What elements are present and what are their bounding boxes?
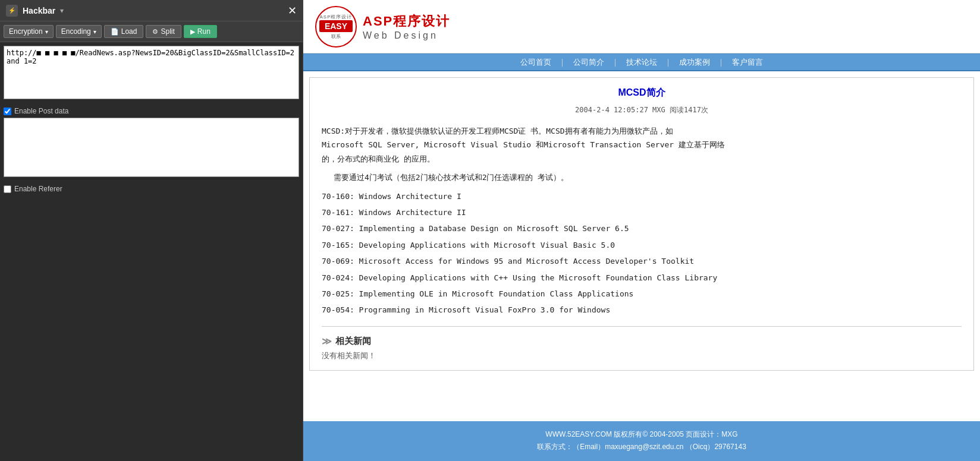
site-logo-area: ASP程序设计 EASY 联系 ASP程序设计 Web Design <box>315 6 450 48</box>
nav-sep-4: ｜ <box>717 57 725 68</box>
footer-line1: WWW.52EASY.COM 版权所有© 2004-2005 页面设计：MXG <box>310 428 973 441</box>
site-content: MCSD简介 2004-2-4 12:05:27 MXG 阅读1417次 MCS… <box>303 71 980 421</box>
split-label: Split <box>161 27 174 36</box>
split-button[interactable]: ⚙ Split <box>146 25 181 38</box>
site-nav: 公司首页 ｜ 公司简介 ｜ 技术论坛 ｜ 成功案例 ｜ 客户留言 <box>303 53 980 71</box>
hackbar-title-left: ⚡ Hackbar ▾ <box>6 5 64 17</box>
run-button[interactable]: ▶ Run <box>184 25 217 38</box>
course-item-2: 70-161: Windows Architecture II <box>322 206 962 219</box>
nav-forum[interactable]: 技术论坛 <box>621 57 662 68</box>
article-title: MCSD简介 <box>322 87 962 99</box>
course-item-5: 70-069: Microsoft Access for Windows 95 … <box>322 254 962 268</box>
hackbar-referer-area: Enable Referer <box>0 181 303 197</box>
url-textarea[interactable]: http://■ ■ ■ ■ ■/ReadNews.asp?NewsID=20&… <box>4 46 299 99</box>
site-logo-inner: ASP程序设计 EASY 联系 <box>319 14 352 40</box>
course-item-6: 70-024: Developing Applications with C++… <box>322 271 962 285</box>
nav-cases[interactable]: 成功案例 <box>674 57 715 68</box>
site-title-chinese: ASP程序设计 <box>363 12 450 30</box>
content-main: MCSD简介 2004-2-4 12:05:27 MXG 阅读1417次 MCS… <box>309 77 974 371</box>
course-item-8: 70-054: Programming in Microsoft Visual … <box>322 303 962 317</box>
site-logo-easy: EASY <box>319 20 352 32</box>
hackbar-toolbar: Encryption ▾ Encoding ▾ 📄 Load ⚙ Split ▶… <box>0 21 303 42</box>
encryption-label: Encryption <box>9 27 43 36</box>
related-news-title: ≫ 相关新闻 <box>322 336 962 347</box>
enable-referer-checkbox[interactable] <box>4 185 11 193</box>
encoding-label: Encoding <box>61 27 91 36</box>
hackbar-titlebar: ⚡ Hackbar ▾ ✕ <box>0 0 303 21</box>
article-meta: 2004-2-4 12:05:27 MXG 阅读1417次 <box>322 105 962 115</box>
hackbar-title-arrow: ▾ <box>60 7 64 15</box>
nav-sep-2: ｜ <box>611 57 619 68</box>
enable-post-checkbox[interactable] <box>4 108 11 115</box>
related-news-icon: ≫ <box>322 336 332 347</box>
run-label: Run <box>197 27 211 36</box>
course-item-4: 70-165: Developing Applications with Mic… <box>322 238 962 252</box>
course-item-1: 70-160: Windows Architecture I <box>322 190 962 203</box>
nav-guestbook[interactable]: 客户留言 <box>727 57 768 68</box>
load-icon: 📄 <box>111 28 119 36</box>
article-exam-intro: 需要通过4门考试（包括2门核心技术考试和2门任选课程的 考试）。 <box>334 170 962 184</box>
nav-sep-3: ｜ <box>664 57 672 68</box>
course-item-7: 70-025: Implementing OLE in Microsoft Fo… <box>322 287 962 301</box>
nav-sep-1: ｜ <box>558 57 566 68</box>
encryption-arrow: ▾ <box>45 29 48 35</box>
article-intro: MCSD:对于开发者，微软提供微软认证的开发工程师MCSD证 书。MCSD拥有者… <box>322 124 962 166</box>
encoding-dropdown[interactable]: Encoding ▾ <box>56 25 102 38</box>
hackbar-url-area: http://■ ■ ■ ■ ■/ReadNews.asp?NewsID=20&… <box>0 42 303 105</box>
nav-about[interactable]: 公司简介 <box>568 57 609 68</box>
run-icon: ▶ <box>190 28 195 36</box>
split-icon: ⚙ <box>152 28 158 36</box>
site-title-english: Web Design <box>363 30 450 41</box>
enable-referer-checkbox-row: Enable Referer <box>4 185 299 193</box>
hackbar-post-area: Enable Post data <box>0 105 303 181</box>
related-news-title-text: 相关新闻 <box>335 336 371 347</box>
related-news-section: ≫ 相关新闻 没有相关新闻！ <box>322 336 962 361</box>
hackbar-panel: ⚡ Hackbar ▾ ✕ Encryption ▾ Encoding ▾ 📄 … <box>0 0 303 461</box>
article-divider <box>322 326 962 327</box>
website-panel: ASP程序设计 EASY 联系 ASP程序设计 Web Design 公司首页 … <box>303 0 980 461</box>
article-body: MCSD:对于开发者，微软提供微软认证的开发工程师MCSD证 书。MCSD拥有者… <box>322 124 962 317</box>
enable-post-checkbox-row: Enable Post data <box>4 107 299 115</box>
load-button[interactable]: 📄 Load <box>104 25 144 38</box>
site-logo-text-area: ASP程序设计 Web Design <box>363 12 450 41</box>
site-logo-circle: ASP程序设计 EASY 联系 <box>315 6 357 48</box>
encoding-arrow: ▾ <box>93 29 96 35</box>
encryption-dropdown[interactable]: Encryption ▾ <box>4 25 54 38</box>
hackbar-logo-icon: ⚡ <box>6 5 18 17</box>
site-header: ASP程序设计 EASY 联系 ASP程序设计 Web Design <box>303 0 980 53</box>
related-news-empty: 没有相关新闻！ <box>322 351 962 361</box>
site-footer: WWW.52EASY.COM 版权所有© 2004-2005 页面设计：MXG … <box>303 421 980 461</box>
hackbar-close-button[interactable]: ✕ <box>288 5 297 16</box>
course-item-3: 70-027: Implementing a Database Design o… <box>322 222 962 235</box>
nav-home[interactable]: 公司首页 <box>516 57 556 68</box>
post-textarea[interactable] <box>4 118 299 177</box>
load-label: Load <box>121 27 137 36</box>
enable-post-label: Enable Post data <box>14 107 68 115</box>
hackbar-title: Hackbar <box>23 6 55 15</box>
enable-referer-label: Enable Referer <box>14 185 62 193</box>
footer-line2: 联系方式：（Email）maxuegang@szit.edu.cn （Oicq）… <box>310 441 973 454</box>
